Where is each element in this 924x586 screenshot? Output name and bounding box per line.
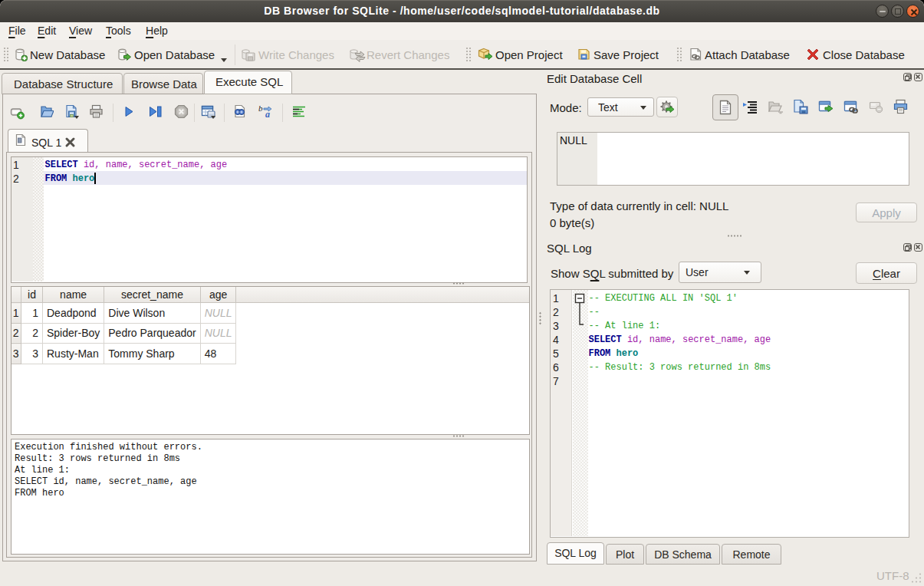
svg-text:b: b bbox=[258, 104, 263, 113]
svg-text:a: a bbox=[265, 109, 270, 119]
